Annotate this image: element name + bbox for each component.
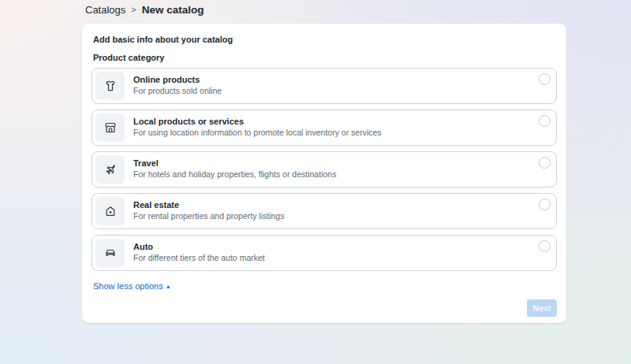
chevron-right-icon: > [131, 5, 136, 15]
tshirt-icon [95, 72, 125, 100]
option-auto[interactable]: Auto For different tiers of the auto mar… [91, 235, 557, 271]
house-icon [95, 197, 125, 225]
option-description: For using location information to promot… [133, 128, 532, 138]
radio-real-estate[interactable] [539, 199, 551, 210]
radio-online-products[interactable] [539, 73, 551, 85]
radio-travel[interactable] [539, 157, 551, 169]
catalog-info-card: Add basic info about your catalog Produc… [82, 24, 566, 323]
option-description: For hotels and holiday properties, fligh… [133, 169, 532, 180]
radio-auto[interactable] [539, 240, 551, 252]
option-text: Travel For hotels and holiday properties… [133, 158, 532, 180]
option-local-products-or-services[interactable]: Local products or services For using loc… [91, 110, 557, 146]
storefront-icon [95, 113, 125, 142]
caret-up-icon: ▲ [166, 284, 171, 290]
option-description: For rental properties and property listi… [133, 211, 532, 221]
show-less-options-link[interactable]: Show less options ▲ [93, 281, 171, 291]
option-title: Travel [133, 158, 532, 169]
airplane-icon [95, 155, 125, 184]
breadcrumb-catalogs-link[interactable]: Catalogs [85, 4, 125, 16]
option-description: For different tiers of the auto market [133, 253, 532, 263]
option-title: Online products [133, 74, 532, 85]
option-text: Local products or services For using loc… [133, 116, 532, 138]
option-travel[interactable]: Travel For hotels and holiday properties… [91, 151, 557, 188]
breadcrumb-current-page: New catalog [142, 4, 204, 16]
car-icon [95, 239, 125, 267]
option-text: Auto For different tiers of the auto mar… [133, 241, 532, 263]
product-category-label: Product category [93, 53, 557, 62]
option-real-estate[interactable]: Real estate For rental properties and pr… [91, 193, 557, 229]
card-heading: Add basic info about your catalog [93, 35, 557, 44]
next-button[interactable]: Next [527, 299, 557, 317]
option-text: Online products For products sold online [133, 74, 532, 96]
show-less-options-label: Show less options [93, 281, 163, 291]
option-title: Local products or services [133, 116, 532, 127]
breadcrumb: Catalogs > New catalog [85, 4, 204, 16]
new-catalog-page: Catalogs > New catalog Add basic info ab… [0, 0, 631, 364]
option-description: For products sold online [133, 86, 532, 96]
option-online-products[interactable]: Online products For products sold online [91, 68, 557, 104]
option-title: Auto [133, 241, 532, 252]
option-title: Real estate [133, 199, 532, 210]
radio-local-products-or-services[interactable] [539, 115, 551, 127]
option-text: Real estate For rental properties and pr… [133, 199, 532, 221]
